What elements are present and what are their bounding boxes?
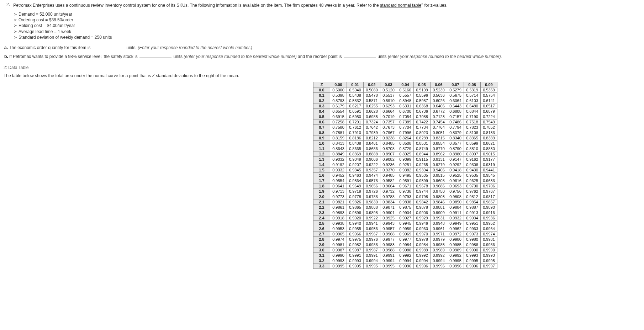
z-row-header: 2.8 [313,237,330,242]
z-cell: 0.9993 [347,258,364,264]
table-row: 2.70.99650.99660.99670.99680.99690.99700… [313,231,497,237]
z-cell: 0.9948 [431,221,447,226]
z-cell: 0.7486 [447,119,464,125]
z-cell: 0.8665 [347,146,364,151]
z-cell: 0.7190 [464,114,481,119]
z-cell: 0.9906 [414,210,431,215]
z-cell: 0.9979 [431,237,447,242]
z-cell: 0.9931 [431,215,447,221]
table-row: 1.50.93320.93450.93570.93700.93820.93940… [313,167,497,173]
z-cell: 0.9996 [431,264,447,269]
z-cell: 0.8925 [397,151,414,157]
z-row-header: 2.5 [313,221,330,226]
eoq-input[interactable] [93,44,125,49]
z-cell: 0.5910 [380,98,397,103]
z-cell: 0.5359 [481,87,497,93]
z-cell: 0.9984 [414,242,431,247]
z-cell: 0.9554 [330,178,347,183]
z-cell: 0.9678 [414,183,431,189]
z-cell: 0.9147 [447,157,464,162]
reorder-point-input[interactable] [344,53,376,58]
z-cell: 0.9927 [397,215,414,221]
z-cell: 0.5279 [447,87,464,93]
z-cell: 0.6554 [330,109,347,114]
z-cell: 0.9962 [447,226,464,231]
z-cell: 0.9535 [464,173,481,178]
z-cell: 0.8238 [380,135,397,141]
z-col-header: 0.03 [380,82,397,87]
z-cell: 0.9545 [481,173,497,178]
table-row: 1.30.90320.90490.90660.90820.90990.91150… [313,157,497,162]
z-cell: 0.9995 [447,258,464,264]
z-cell: 0.9993 [464,253,481,258]
z-cell: 0.8051 [431,130,447,135]
z-cell: 0.8023 [414,130,431,135]
list-item-text: Demand = 52,000 units/year [19,12,72,17]
list-item: ≻Demand = 52,000 units/year [14,11,640,17]
table-row: 0.80.78810.79100.79390.79670.79960.80230… [313,130,497,135]
table-row: 2.30.98930.98960.98980.99010.99040.99060… [313,210,497,215]
chevron-right-icon: ≻ [14,23,19,28]
z-cell: 0.8869 [347,151,364,157]
z-cell: 0.9890 [481,205,497,210]
z-cell: 0.9896 [347,210,364,215]
table-row: 1.80.96410.96490.96560.96640.96710.96780… [313,183,497,189]
z-cell: 0.5398 [330,93,347,98]
table-row: 0.50.69150.69500.69850.70190.70540.70880… [313,114,497,119]
z-cell: 0.6591 [347,109,364,114]
z-cell: 0.5438 [347,93,364,98]
z-cell: 0.8621 [481,141,497,146]
z-cell: 0.9970 [414,231,431,237]
z-cell: 0.5636 [431,93,447,98]
z-cell: 0.7389 [397,119,414,125]
z-cell: 0.9988 [380,247,397,253]
safety-stock-input[interactable] [139,53,171,58]
z-cell: 0.9641 [330,183,347,189]
z-row-header: 0.8 [313,130,330,135]
list-item-text: Holding cost = $4.00/unit/year [19,23,75,28]
z-cell: 0.9994 [414,258,431,264]
z-cell: 0.9834 [380,199,397,205]
z-cell: 0.9960 [414,226,431,231]
standard-normal-table-link[interactable]: standard normal table [380,3,421,8]
z-cell: 0.6700 [397,109,414,114]
z-cell: 0.8212 [364,135,380,141]
z-cell: 0.7088 [414,114,431,119]
part-a-pre: The economic order quantity for this ite… [9,45,92,50]
z-cell: 0.9959 [397,226,414,231]
table-row: 0.00.50000.50400.50800.51200.51600.51990… [313,87,497,93]
z-cell: 0.9265 [414,162,431,167]
z-cell: 0.9994 [380,258,397,264]
z-cell: 0.9015 [481,151,497,157]
z-cell: 0.9965 [330,231,347,237]
z-cell: 0.6628 [364,109,380,114]
z-cell: 0.9671 [397,183,414,189]
chevron-right-icon: ≻ [14,11,19,17]
z-cell: 0.6915 [330,114,347,119]
z-row-header: 1.7 [313,178,330,183]
table-row: 1.00.84130.84380.84610.84850.85080.85310… [313,141,497,146]
z-cell: 0.9969 [397,231,414,237]
z-cell: 0.9306 [464,162,481,167]
z-cell: 0.9922 [364,215,380,221]
z-col-header: 0.04 [397,82,414,87]
z-row-header: 3.3 [313,264,330,269]
z-cell: 0.9738 [397,189,414,194]
z-cell: 0.9812 [464,194,481,199]
z-cell: 0.6879 [481,109,497,114]
z-col-header: Z [313,82,330,87]
z-cell: 0.7852 [481,125,497,130]
z-cell: 0.7123 [431,114,447,119]
z-row-header: 2.7 [313,231,330,237]
z-cell: 0.8962 [431,151,447,157]
part-a-units: units. [126,45,138,50]
z-cell: 0.9773 [330,194,347,199]
z-cell: 0.9793 [397,194,414,199]
table-row: 2.90.99810.99820.99830.99830.99840.99840… [313,242,497,247]
z-row-header: 1.2 [313,151,330,157]
z-cell: 0.9830 [364,199,380,205]
z-cell: 0.9918 [330,215,347,221]
z-cell: 0.8577 [447,141,464,146]
z-cell: 0.9032 [330,157,347,162]
z-cell: 0.8485 [380,141,397,146]
